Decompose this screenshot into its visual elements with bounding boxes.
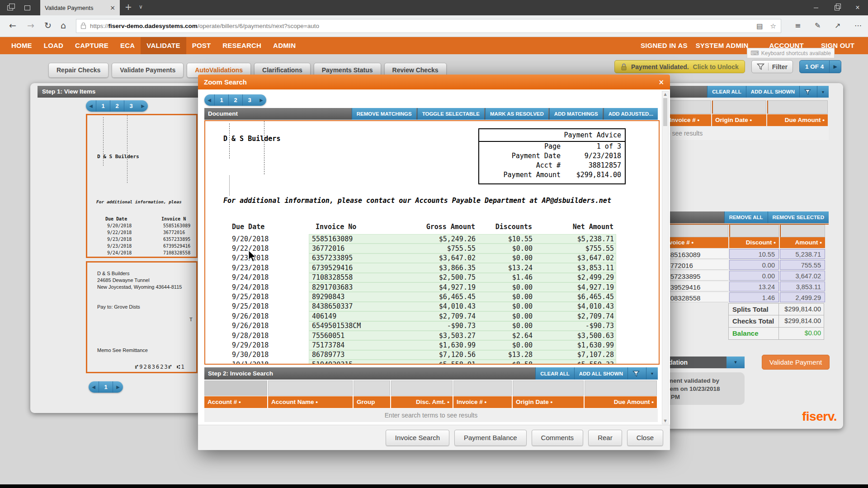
- step2-add-all-button[interactable]: ADD ALL SHOWN: [574, 367, 627, 380]
- col-invoice[interactable]: Invoice # •: [453, 396, 512, 408]
- matched-band[interactable]: 406149 $2,709.74 $0.00 $2,709.74: [309, 311, 616, 321]
- filter-cell[interactable]: [585, 380, 657, 396]
- filter-cell[interactable]: [354, 380, 390, 396]
- pager-page-button[interactable]: 3: [243, 94, 256, 106]
- window-close-icon[interactable]: ×: [847, 0, 868, 15]
- scroll-up-icon[interactable]: ▲: [662, 92, 668, 96]
- check-thumbnail[interactable]: D & S Builders 24685 Dewayne Tunnel New …: [86, 261, 198, 373]
- pager-prev-icon[interactable]: ◀: [89, 381, 99, 393]
- pager-page-button[interactable]: 3: [124, 100, 138, 112]
- matched-band[interactable]: 5585163089 $5,249.26 $10.55 $5,238.71: [309, 234, 616, 244]
- remove-all-button[interactable]: REMOVE ALL: [724, 211, 768, 223]
- document-thumbnail[interactable]: D & S Builders For additional informatio…: [86, 114, 198, 258]
- document-action-button[interactable]: TOGGLE SELECTABLE: [417, 108, 484, 120]
- pager-next-icon[interactable]: ▶: [138, 100, 148, 112]
- document-action-button[interactable]: REMOVE MATCHINGS: [352, 108, 416, 120]
- remittance-row[interactable]: 9/28/2018 75560051 $3,503.27 $2.64 $3,50…: [231, 331, 616, 340]
- rear-button[interactable]: Rear: [588, 430, 622, 446]
- tab-menu-icon[interactable]: ∨: [139, 4, 143, 10]
- col-origin-date[interactable]: Origin Date •: [513, 396, 584, 408]
- pager-page-button[interactable]: 1: [99, 381, 113, 393]
- matched-band[interactable]: 7108328558 $2,500.75 $1.46 $2,499.29: [309, 273, 616, 282]
- more-icon[interactable]: ⋯: [854, 21, 862, 30]
- filter-cell-origin[interactable]: [712, 100, 766, 114]
- remittance-row[interactable]: 9/23/2018 6357233895 $3,647.02 $0.00 $3,…: [231, 254, 616, 263]
- col-account-name[interactable]: Account Name •: [268, 396, 353, 408]
- matched-band[interactable]: 8438650337 $4,010.43 $0.00 $4,010.43: [309, 302, 616, 311]
- tab-preview-icon[interactable]: [2, 1, 18, 14]
- tab-repair-checks[interactable]: Repair Checks: [48, 63, 108, 78]
- refresh-icon[interactable]: ↻: [44, 20, 52, 30]
- remittance-row[interactable]: 9/24/2018 7108328558 $2,500.75 $1.46 $2,…: [231, 273, 616, 282]
- remittance-row[interactable]: 9/25/2018 8438650337 $4,010.43 $0.00 $4,…: [231, 302, 616, 311]
- new-tab-button[interactable]: +: [125, 2, 132, 12]
- hub-icon[interactable]: ≡: [795, 21, 801, 30]
- remittance-row[interactable]: 9/24/2018 8291703683 $4,927.19 $0.00 $4,…: [231, 283, 616, 291]
- pager-prev-icon[interactable]: ◀: [86, 100, 96, 112]
- remittance-row[interactable]: 10/1/2018 5194920315 $5,558.91 $8.58 $5,…: [231, 360, 616, 365]
- matched-band[interactable]: 75560051 $3,503.27 $2.64 $3,500.63: [309, 331, 616, 340]
- filter-cell-due[interactable]: [767, 100, 828, 114]
- col-due-amount[interactable]: Due Amount •: [767, 114, 828, 126]
- step2-filter-icon[interactable]: [627, 367, 646, 380]
- filter-cell[interactable]: [204, 380, 267, 396]
- remittance-row[interactable]: 9/29/2018 75173784 $1,630.99 $0.00 $1,63…: [231, 341, 616, 349]
- matched-band[interactable]: 86789773 $7,120.56 $13.28 $7,107.28: [309, 350, 616, 360]
- step2-clear-all-button[interactable]: CLEAR ALL: [535, 367, 574, 380]
- nav-post[interactable]: POST: [186, 37, 217, 54]
- document-action-button[interactable]: MARK AS RESOLVED: [485, 108, 548, 120]
- modal-header[interactable]: Zoom Search ×: [198, 75, 670, 89]
- payment-balance-button[interactable]: Payment Balance: [454, 430, 527, 446]
- url-field[interactable]: https://fiserv-demo.dadesystems.com/oper…: [76, 19, 781, 33]
- col-discount[interactable]: Discount •: [729, 237, 779, 248]
- filter-cell[interactable]: [268, 380, 353, 396]
- col-group[interactable]: Group: [354, 396, 390, 408]
- document-action-button[interactable]: ADD MATCHINGS: [549, 108, 603, 120]
- share-icon[interactable]: ↗: [835, 21, 840, 30]
- ink-icon[interactable]: ✎: [815, 21, 821, 30]
- browser-tab[interactable]: Validate Payments ×: [40, 0, 120, 15]
- back-icon[interactable]: ←: [9, 20, 16, 30]
- remittance-row[interactable]: 9/22/2018 36772016 $755.55 $0.00 $755.55: [231, 244, 616, 253]
- filter-button[interactable]: Filter: [751, 60, 793, 73]
- tab-validate-payments[interactable]: Validate Payments: [112, 63, 184, 78]
- pager-page-button[interactable]: 1: [96, 100, 110, 112]
- pager-next-icon[interactable]: ▶: [113, 381, 123, 393]
- set-tabs-aside-icon[interactable]: [19, 1, 35, 14]
- modal-scrollbar[interactable]: ▲ ▼: [662, 91, 669, 424]
- scroll-thumb[interactable]: [663, 98, 667, 126]
- pager-next-icon[interactable]: ▶: [256, 94, 266, 106]
- filter-cell-invoice[interactable]: [666, 100, 711, 114]
- col-due-amount[interactable]: Due Amount •: [585, 396, 657, 408]
- filter-cell[interactable]: [513, 380, 584, 396]
- nav-research[interactable]: RESEARCH: [217, 37, 267, 54]
- forward-icon[interactable]: →: [27, 20, 34, 30]
- matched-band[interactable]: 5194920315 $5,558.91 $8.58 $5,550.33: [309, 360, 616, 365]
- payment-count-pager[interactable]: 1 OF 4 ▶: [799, 60, 841, 73]
- pager-page-button[interactable]: 2: [229, 94, 243, 106]
- matched-band[interactable]: 6549501538CM -$90.73 $0.00 -$90.73: [309, 321, 616, 331]
- matched-band[interactable]: 89290843 $6,465.45 $0.00 $6,465.45: [309, 292, 616, 301]
- matched-band[interactable]: 6357233895 $3,647.02 $0.00 $3,647.02: [309, 253, 616, 263]
- remittance-row[interactable]: 9/30/2018 86789773 $7,120.56 $13.28 $7,1…: [231, 351, 616, 359]
- remittance-row[interactable]: 9/20/2018 5585163089 $5,249.26 $10.55 $5…: [231, 235, 616, 243]
- add-all-shown-button[interactable]: ADD ALL SHOWN: [746, 86, 799, 98]
- document-action-button[interactable]: ADD ADJUSTED...: [604, 108, 658, 120]
- remittance-row[interactable]: 9/26/2018 406149 $2,709.74 $0.00 $2,709.…: [231, 312, 616, 320]
- nav-admin[interactable]: ADMIN: [267, 37, 302, 54]
- nav-validate[interactable]: VALIDATE: [141, 37, 186, 54]
- remittance-row[interactable]: 9/23/2018 6739529416 $3,866.35 $13.24 $3…: [231, 263, 616, 272]
- reading-view-icon[interactable]: ▤: [756, 22, 763, 30]
- validate-payment-button[interactable]: Validate Payment: [762, 355, 830, 370]
- filter-cell[interactable]: [453, 380, 512, 396]
- payment-locked-button[interactable]: Payment Validated. Click to Unlock: [614, 60, 745, 73]
- close-tab-icon[interactable]: ×: [110, 4, 115, 11]
- invoice-search-button[interactable]: Invoice Search: [386, 430, 449, 446]
- col-amount[interactable]: Amount •: [780, 237, 825, 248]
- clear-all-button[interactable]: CLEAR ALL: [707, 86, 746, 98]
- matched-band[interactable]: 6739529416 $3,866.35 $13.24 $3,853.11: [309, 263, 616, 272]
- filter-cell[interactable]: [729, 225, 779, 237]
- favorite-star-icon[interactable]: ☆: [770, 22, 776, 30]
- remittance-row[interactable]: 9/25/2018 89290843 $6,465.45 $0.00 $6,46…: [231, 292, 616, 301]
- nav-home[interactable]: HOME: [5, 37, 38, 54]
